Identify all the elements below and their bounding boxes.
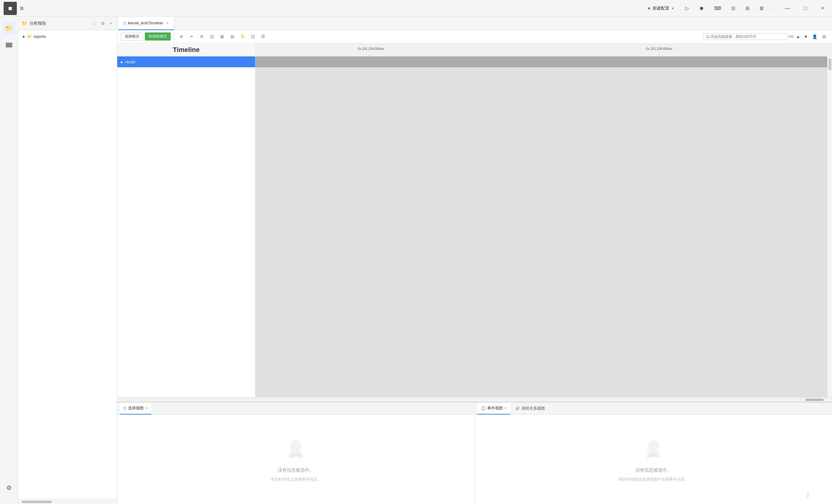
zoom-in-button[interactable]: ⊞ [218,32,226,41]
file-panel-header: 📁 分析报告 □ ⚙ × [18,17,117,30]
record-button[interactable]: ⏺ [697,4,706,12]
zoom-out-button[interactable]: ⊟ [228,32,237,41]
selection-view-close-button[interactable]: × [146,406,148,410]
file-panel-action2[interactable]: ⚙ [100,21,106,26]
bottom-panels: ⊡ 选择视图 × [117,402,832,504]
select-mode-button[interactable]: 选择模式 [121,32,143,40]
keyboard-button[interactable]: ⌨ [712,4,724,12]
sidebar-item-settings[interactable]: ⚙ [2,481,16,495]
search-user-button[interactable]: 👤 [810,32,819,41]
search-box: 0/0 ▲ ▼ 👤 ⊟ [703,32,828,41]
tab-timeline[interactable]: ⊡ kernel_test\Timeline × [119,17,174,30]
empty-state-icon-right [640,437,667,464]
new-config-button[interactable]: ● 新建配置 ▼ [645,4,677,12]
search-prev-button[interactable]: ▲ [795,34,801,40]
chevron-down-icon: ▼ [671,7,675,10]
tab-close-button[interactable]: × [166,21,169,26]
timeline-vertical-scrollbar[interactable] [827,56,832,397]
file-panel-title: 📁 分析报告 [22,21,46,26]
timeline-right-panel [256,56,827,397]
bottom-right-panel: 📋 事件视图 × 🔗 调用关系视图 [475,402,832,504]
ruler-mark-1: 2s 191,234,500ns [358,47,384,51]
file-tree: ▶ 📁 reports [18,30,117,499]
bottom-left-panel: ⊡ 选择视图 × [117,402,475,504]
timeline-title: Timeline [117,43,256,56]
ruler-mark-2: 2s 191,234,600ns [646,47,672,51]
host-row[interactable]: ▶ Host0 [117,56,255,67]
timeline-area: Timeline 2s 191,234,500ns 2s 191,234,600… [117,43,832,504]
search-next-button[interactable]: ▼ [803,34,809,40]
empty-sub-text: 请在时间线上选择事件信息。 [270,477,321,482]
search-capture-button[interactable]: ⊟ [820,32,828,41]
empty-state-icon [282,437,309,464]
file-panel-close-button[interactable]: × [108,21,113,26]
event-view-content: 没有信息被选中。 请在时间线或选择视图中选择事件信息。 [475,415,832,504]
time-range-mode-button[interactable]: 时间段模式 [145,32,171,40]
vertical-scrollbar-thumb[interactable] [828,58,831,70]
tree-arrow-icon: ▶ [23,35,25,38]
folder-icon: 📁 [22,21,28,26]
minimize-button[interactable]: — [781,4,795,12]
folder-icon: 📁 [5,25,12,32]
selection-view-content: 没有信息被选中。 请在时间线上选择事件信息。 [117,415,475,504]
tab-selection-view[interactable]: ⊡ 选择视图 × [120,402,151,415]
timeline-content: ▶ Host0 ⊟ 折叠所有子节点 ⊞ 展开所有子节点 [117,56,832,397]
selection-view-icon: ⊡ [123,406,126,410]
empty-sub-text-right: 请在时间线或选择视图中选择事件信息。 [618,477,688,482]
tab-bar: ⊡ kernel_test\Timeline × [117,17,832,30]
layout-split-h-button[interactable]: ⊟ [729,4,737,12]
timeline-header-row: Timeline 2s 191,234,500ns 2s 191,234,600… [117,43,832,56]
tab-event-view[interactable]: 📋 事件视图 × [477,402,511,415]
timeline-scrollbar-thumb[interactable] [806,398,824,401]
event-view-icon: 📋 [481,406,486,410]
add-button[interactable]: + [177,32,185,41]
app-logo: ■ [4,2,17,15]
layout-more-button[interactable]: ⊠ [757,4,766,12]
host-row-arrow-icon: ▶ [121,60,123,64]
file-panel-action1[interactable]: □ [92,21,97,26]
green-dot-icon: ● [647,5,651,11]
empty-main-text: 没有信息被选中。 [278,467,314,473]
list-button[interactable]: ≡ [198,32,206,41]
event-view-close-button[interactable]: × [505,406,507,410]
ruler-ticks [256,54,832,56]
tab-icon: ⊡ [123,21,126,25]
dots-menu[interactable]: ⋮ [805,491,811,498]
folder-icon: 📁 [27,34,32,39]
file-panel-scrollbar-area[interactable] [18,499,117,504]
bottom-left-tab-bar: ⊡ 选择视图 × [117,402,475,415]
play-button[interactable]: ▷ [683,4,691,12]
file-panel: 📁 分析报告 □ ⚙ × ▶ 📁 reports [18,17,117,504]
sidebar-item-terminal[interactable] [2,38,16,52]
host-timeline-bar [256,56,827,67]
tab-call-graph[interactable]: 🔗 调用关系视图 [512,402,549,415]
sidebar-item-folder[interactable]: 📁 [2,22,16,35]
refresh-button[interactable]: ↻ [238,32,247,41]
timeline-ruler: 2s 191,234,500ns 2s 191,234,600ns [256,43,832,56]
tree-item-reports[interactable]: ▶ 📁 reports [18,32,117,40]
settings-icon: ⚙ [6,484,12,492]
bottom-right-tab-bar: 📋 事件视图 × 🔗 调用关系视图 [475,402,832,415]
sidebar: 📁 ⚙ [0,17,18,504]
file-panel-scrollbar-thumb[interactable] [22,501,52,503]
call-graph-icon: 🔗 [515,407,520,411]
timeline-left-panel: ▶ Host0 ⊟ 折叠所有子节点 ⊞ 展开所有子节点 [117,56,256,397]
minus-button[interactable]: − [187,32,196,41]
layout-button[interactable]: ⊟ [249,32,257,41]
fit-button[interactable]: ⊡ [208,32,216,41]
empty-main-text-right: 没有信息被选中。 [635,467,672,473]
layout-split-v-button[interactable]: ⊞ [743,4,752,12]
terminal-icon [6,43,12,48]
search-input[interactable] [703,33,787,40]
config-button[interactable]: ⚙ [259,32,267,41]
restore-button[interactable]: □ [800,4,811,12]
close-button[interactable]: × [817,4,828,12]
menu-button[interactable]: ≡ [20,4,24,12]
timeline-scrollbar[interactable] [117,397,832,402]
toolbar: 选择模式 时间段模式 + − ≡ ⊡ ⊞ ⊟ [117,30,832,43]
